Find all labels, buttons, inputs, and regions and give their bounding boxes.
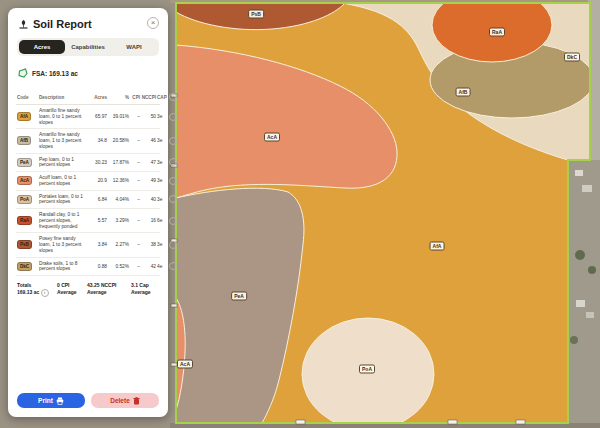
soil-code-badge: AcA (17, 176, 32, 185)
soil-nccpi: 50 (141, 114, 156, 119)
soil-description: Amarillo fine sandy loam, 0 to 1 percent… (39, 108, 89, 125)
tab-wapi[interactable]: WAPI (111, 40, 157, 54)
table-row[interactable]: DkC Drake soils, 1 to 8 percent slopes 0… (16, 258, 160, 277)
soil-nccpi: 38 (141, 242, 156, 247)
soil-acres: 65.97 (90, 114, 107, 119)
soil-report-panel: Soil Report × Acres Capabilities WAPI FS… (8, 8, 168, 417)
soil-nccpi: 46 (141, 138, 156, 143)
totals-row: Totals 169.13 ac i 0 CPI Average 43.25 N… (16, 282, 160, 297)
info-icon[interactable]: i (41, 289, 49, 297)
soil-percent: 4.04% (108, 197, 129, 202)
table-row[interactable]: PeA Pep loam, 0 to 1 percent slopes 30.2… (16, 154, 160, 173)
soil-acres: 20.9 (90, 178, 107, 183)
fsa-field-row: FSA: 169.13 ac (18, 64, 158, 82)
info-icon[interactable]: i (169, 137, 177, 145)
soil-cpi: – (130, 138, 140, 143)
soil-cap: 3e (157, 197, 168, 202)
soil-cap: 3e (157, 114, 168, 119)
tree (570, 336, 578, 344)
soil-code-badge: DkC (17, 262, 32, 271)
building (582, 185, 592, 192)
soil-percent: 0.52% (108, 264, 129, 269)
tab-capabilities[interactable]: Capabilities (65, 40, 111, 54)
survey-marker (171, 363, 177, 366)
app-window: PsBRaADkCAfBAcAAfAPeAPoAAcA Soil Report … (0, 0, 600, 428)
soil-cpi: – (130, 242, 140, 247)
soil-percent: 20.58% (108, 138, 129, 143)
soil-cpi: – (130, 114, 140, 119)
col-percent: % (108, 95, 129, 100)
soil-acres: 0.88 (90, 264, 107, 269)
soil-acres: 34.8 (90, 138, 107, 143)
soil-cpi: – (130, 160, 140, 165)
soil-code-badge: AfA (17, 112, 31, 121)
soil-percent: 39.01% (108, 114, 129, 119)
soil-description: Acuff loam, 0 to 1 percent slopes (39, 175, 89, 187)
soil-code-badge: PeA (17, 158, 32, 167)
soil-description: Pep loam, 0 to 1 percent slopes (39, 157, 89, 169)
delete-button[interactable]: Delete (91, 393, 159, 408)
soil-cap: 3e (157, 178, 168, 183)
info-icon[interactable]: i (169, 93, 177, 101)
soil-polygon-PoA (302, 318, 434, 428)
soil-percent: 3.29% (108, 218, 129, 223)
table-row[interactable]: RaA Randall clay, 0 to 1 percent slopes,… (16, 209, 160, 233)
delete-button-label: Delete (110, 397, 130, 404)
survey-marker (516, 420, 525, 424)
soil-cpi: – (130, 264, 140, 269)
close-button[interactable]: × (147, 17, 159, 29)
soil-nccpi: 49 (141, 178, 156, 183)
print-button-label: Print (38, 397, 53, 404)
building (586, 312, 594, 318)
col-nccpi: NCCPI (141, 95, 156, 100)
soil-nccpi: 16 (141, 218, 156, 223)
info-icon[interactable]: i (169, 217, 177, 225)
soil-percent: 2.27% (108, 242, 129, 247)
soil-acres: 5.57 (90, 218, 107, 223)
soil-cap: 6e (157, 218, 168, 223)
building (576, 300, 585, 307)
soil-cpi: – (130, 197, 140, 202)
soil-description: Randall clay, 0 to 1 percent slopes, fre… (39, 212, 89, 229)
soil-description: Amarillo fine sandy loam, 1 to 3 percent… (39, 132, 89, 149)
survey-marker (171, 304, 177, 307)
survey-marker (296, 420, 305, 424)
soil-acres: 3.84 (90, 242, 107, 247)
info-icon[interactable]: i (169, 113, 177, 121)
col-cpi: CPI (130, 95, 140, 100)
soil-cap: 3e (157, 138, 168, 143)
info-icon[interactable]: i (169, 177, 177, 185)
panel-title: Soil Report (33, 18, 92, 30)
fsa-label: FSA: 169.13 ac (32, 70, 78, 77)
col-cap: CAP (157, 95, 168, 100)
table-row[interactable]: AcA Acuff loam, 0 to 1 percent slopes 20… (16, 172, 160, 191)
col-description: Description (39, 95, 89, 100)
aerial-farmstead-strip (568, 160, 600, 428)
table-row[interactable]: PsB Posey fine sandy loam, 1 to 3 percen… (16, 233, 160, 257)
soil-nccpi: 42 (141, 264, 156, 269)
print-button[interactable]: Print (17, 393, 85, 408)
soil-cap: 4e (157, 264, 168, 269)
soil-description: Posey fine sandy loam, 1 to 3 percent sl… (39, 236, 89, 253)
tree (575, 250, 585, 260)
table-row[interactable]: AfB Amarillo fine sandy loam, 1 to 3 per… (16, 129, 160, 153)
soil-nccpi: 40 (141, 197, 156, 202)
totals-cap: 3.1 Cap Average (131, 282, 161, 297)
soil-description: Portales loam, 0 to 1 percent slopes (39, 194, 89, 206)
soil-cap: 3e (157, 160, 168, 165)
soil-nccpi: 47 (141, 160, 156, 165)
table-row[interactable]: AfA Amarillo fine sandy loam, 0 to 1 per… (16, 105, 160, 129)
soil-description: Drake soils, 1 to 8 percent slopes (39, 261, 89, 273)
soil-report-icon (18, 19, 29, 30)
field-shape-icon (18, 64, 28, 82)
soil-percent: 12.36% (108, 178, 129, 183)
info-icon[interactable]: i (169, 241, 177, 249)
building (575, 170, 583, 176)
totals-nccpi: 43.25 NCCPI Average (87, 282, 131, 297)
panel-header: Soil Report × (18, 18, 158, 30)
tab-acres[interactable]: Acres (19, 40, 65, 54)
col-code: Code (17, 95, 38, 100)
table-row[interactable]: PoA Portales loam, 0 to 1 percent slopes… (16, 191, 160, 210)
col-acres: Acres (90, 95, 107, 100)
soil-code-badge: RaA (17, 216, 32, 225)
